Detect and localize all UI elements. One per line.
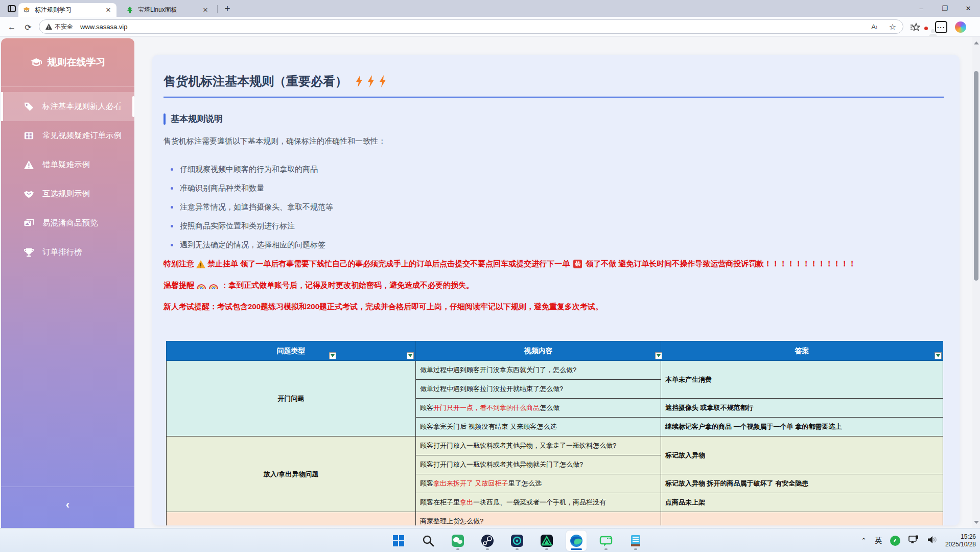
problem-type-cell: 开门问题 (167, 361, 416, 436)
sidebar-title: 规则在线学习 (48, 56, 106, 69)
url-text: www.sasasa.vip (80, 23, 127, 31)
sidebar-item-2[interactable]: 错单疑难示例 (1, 150, 134, 179)
ime-indicator[interactable]: 英 (875, 536, 882, 545)
sidebar-item-0[interactable]: 标注基本规则新人必看 (1, 92, 134, 121)
tab2-favicon-icon (126, 6, 134, 14)
tab-separator (217, 5, 218, 13)
scrollbar-thumb[interactable] (974, 71, 978, 281)
page-title: 售货机标注基本规则（重要必看） (164, 73, 387, 89)
column-filter-button[interactable] (655, 352, 662, 359)
new-tab-button[interactable]: + (221, 3, 234, 14)
warning-line-1: 特别注意 禁止挂单 领了一单后有事需要下线忙自己的事必须完成手上的订单后点击提交… (164, 259, 856, 269)
scroll-down-icon[interactable] (972, 518, 980, 526)
volume-icon[interactable] (927, 535, 937, 546)
tab-baota-panel[interactable]: 宝塔Linux面板 ✕ (122, 3, 214, 17)
scroll-up-icon[interactable] (972, 39, 980, 47)
rule-item: 注意异常情况，如遮挡摄像头、拿取不规范等 (171, 198, 333, 217)
rule-item: 仔细观察视频中顾客的行为和拿取的商品 (171, 160, 333, 179)
settings-more-button[interactable]: ··· (935, 21, 947, 33)
warning-line-3: 新人考试提醒：考试包含200题练习模拟和200题正式考试，完成并合格后即可上岗，… (164, 302, 603, 312)
answer-cell: 本单未产生消费 (661, 361, 943, 399)
tab-annotation-rules[interactable]: 标注规则学习 ✕ (18, 3, 116, 17)
wechat-app-icon[interactable] (448, 531, 468, 551)
video-question-cell: 商家整理上货怎么做? (416, 512, 661, 526)
column-filter-button[interactable] (329, 352, 336, 359)
video-question-cell: 顾客拿完关门后 视频没有结束 又来顾客怎么选 (416, 418, 661, 436)
security-indicator[interactable]: 不安全 (45, 22, 73, 31)
taskbar: ⌃ 英 15:26 2025/10/28 (0, 528, 980, 552)
page-scrollbar[interactable] (972, 37, 980, 528)
forbidden-emoji-icon: 禁 (573, 260, 582, 268)
trophy-icon (24, 247, 34, 258)
sidebar-collapse-button[interactable]: ‹ (1, 492, 134, 518)
column-filter-button[interactable] (935, 352, 942, 359)
column-filter-button[interactable] (407, 352, 414, 359)
video-question-cell: 顾客拿出来拆开了 又放回柜子里了怎么选 (416, 474, 661, 493)
start-button[interactable] (388, 531, 409, 551)
tab2-title: 宝塔Linux面板 (138, 6, 196, 14)
edge-app-icon[interactable] (566, 531, 587, 551)
sidebar-item-label: 错单疑难示例 (42, 159, 90, 170)
favorite-star-icon[interactable]: ☆ (888, 21, 898, 32)
tab1-close-icon[interactable]: ✕ (104, 6, 112, 14)
browser-toolbar: ← ⟳ 不安全 www.sasasa.vip A) ☆ ··· (0, 17, 980, 36)
refresh-button[interactable]: ⟳ (21, 20, 35, 34)
triangle-app-icon[interactable] (536, 531, 557, 551)
rule-item: 按照商品实际位置和类别进行标注 (171, 217, 333, 236)
profile-notification-dot (924, 27, 928, 30)
tab2-close-icon[interactable]: ✕ (201, 6, 209, 14)
sidebar-item-1[interactable]: 常见视频疑难订单示例 (1, 121, 134, 150)
page-viewport: 规则在线学习 标注基本规则新人必看常见视频疑难订单示例错单疑难示例互选规则示例易… (0, 37, 980, 528)
table-header-1: 视频内容 (416, 341, 661, 361)
sidebar-item-4[interactable]: 易混淆商品预览 (1, 209, 134, 238)
rule-item: 遇到无法确定的情况，选择相应的问题标签 (171, 236, 333, 255)
tray-green-app-icon[interactable] (890, 536, 900, 546)
answer-cell (661, 512, 943, 526)
sidebar-item-label: 易混淆商品预览 (42, 218, 98, 228)
steam-app-icon[interactable] (477, 531, 498, 551)
window-close-button[interactable]: ✕ (956, 0, 980, 17)
problem-type-cell: 放入/拿出异物问题 (167, 436, 416, 512)
notepad-app-icon[interactable] (625, 531, 646, 551)
graduation-cap-icon (30, 56, 42, 68)
video-question-cell: 顾客打开门放入一瓶饮料或者其他异物就关门了怎么做? (416, 455, 661, 474)
sidebar-item-5[interactable]: 订单排行榜 (1, 238, 134, 267)
rules-table: 问题类型视频内容答案 开门问题做单过程中遇到顾客开门没拿东西就关门了，怎么做?本… (166, 341, 943, 525)
back-button[interactable]: ← (5, 20, 18, 34)
answer-cell: 继续标记客户拿的商品 一个视频属于一个单 拿的都需要选上 (661, 418, 943, 436)
taskbar-clock[interactable]: 15:26 2025/10/28 (945, 533, 976, 548)
video-question-cell: 做单过程中遇到顾客开门没拿东西就关门了，怎么做? (416, 361, 661, 380)
warning-line-2: 温馨提醒 ：拿到正式做单账号后，记得及时更改初始密码，避免造成不必要的损失。 (164, 281, 474, 290)
clock-date: 2025/10/28 (945, 541, 976, 548)
title-divider (164, 97, 944, 98)
tab-actions-icon[interactable] (6, 4, 17, 14)
copilot-icon[interactable] (955, 21, 966, 33)
warning-icon (24, 159, 34, 170)
video-question-cell: 顾客打开门放入一瓶饮料或者其他异物，又拿走了一瓶饮料怎么做? (416, 436, 661, 455)
circle-app-icon[interactable] (507, 531, 527, 551)
tray-hidden-icons-chevron[interactable]: ⌃ (861, 537, 867, 544)
sidebar: 规则在线学习 标注基本规则新人必看常见视频疑难订单示例错单疑难示例互选规则示例易… (1, 38, 134, 528)
sidebar-header: 规则在线学习 (1, 38, 134, 87)
network-icon[interactable] (908, 535, 919, 546)
warning-emoji-icon (196, 260, 205, 268)
desktop: 标注规则学习 ✕ 宝塔Linux面板 ✕ + – ❐ ✕ ← ⟳ 不安全 www… (0, 0, 980, 552)
lightning-bolts-icon (355, 75, 387, 87)
clock-time: 15:26 (945, 533, 976, 541)
sidebar-item-label: 互选规则示例 (42, 189, 90, 199)
address-bar[interactable]: 不安全 www.sasasa.vip A) ☆ (39, 19, 903, 34)
window-minimize-button[interactable]: – (909, 0, 933, 17)
answer-cell: 遮挡摄像头 或拿取不规范都行 (661, 399, 943, 418)
images-icon (24, 218, 34, 228)
sidebar-item-3[interactable]: 互选规则示例 (1, 179, 134, 209)
search-button[interactable] (418, 531, 438, 551)
screenshare-app-icon[interactable] (596, 531, 616, 551)
answer-cell: 标记放入异物 (661, 436, 943, 474)
rainbow-emoji-icon (208, 283, 219, 289)
sidebar-item-label: 标注基本规则新人必看 (42, 101, 122, 112)
read-aloud-icon[interactable]: A) (869, 21, 879, 32)
favorites-hub-icon[interactable] (909, 22, 920, 32)
window-maximize-button[interactable]: ❐ (933, 0, 956, 17)
sidebar-item-label: 常见视频疑难订单示例 (42, 130, 122, 141)
sidebar-footer-divider (1, 487, 134, 487)
